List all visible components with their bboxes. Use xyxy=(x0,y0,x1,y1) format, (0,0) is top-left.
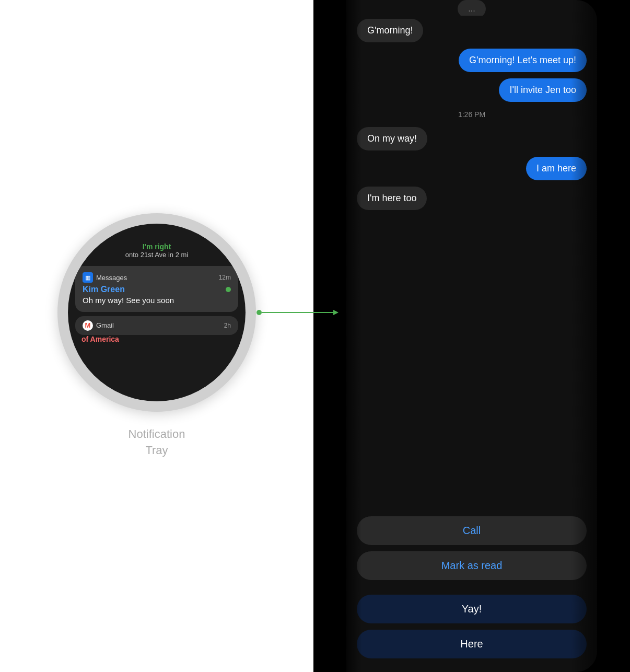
call-button[interactable]: Call xyxy=(357,516,587,545)
gmail-preview: of America xyxy=(81,335,246,343)
partial-text: ... xyxy=(468,4,475,13)
watch-wrapper: I'm right onto 21st Ave in 2 mi ▦ Messag… xyxy=(57,213,256,412)
gmail-info: M Gmail xyxy=(83,320,114,331)
notif-message: Oh my way! See you soon xyxy=(83,295,231,306)
notif-header: ▦ Messages 12m xyxy=(83,272,231,283)
msg-bubble-onmyway: On my way! xyxy=(357,127,427,150)
msg-bubble-iamhere: I am here xyxy=(526,157,587,180)
nav-right-text: I'm right xyxy=(68,242,246,251)
gmail-icon: M xyxy=(83,320,93,331)
notif-time: 12m xyxy=(219,274,231,281)
watch-screen: I'm right onto 21st Ave in 2 mi ▦ Messag… xyxy=(68,224,246,401)
nav-text: I'm right onto 21st Ave in 2 mi xyxy=(68,224,246,261)
left-panel: I'm right onto 21st Ave in 2 mi ▦ Messag… xyxy=(0,0,313,672)
notification-card[interactable]: ▦ Messages 12m Kim Green Oh my way! See … xyxy=(75,266,238,312)
notification-tray-label: Notification Tray xyxy=(129,426,185,459)
notif-app-name: Messages xyxy=(96,274,127,282)
msg-bubble-gmorning-right: G'morning! Let's meet up! xyxy=(459,49,587,72)
spacer xyxy=(346,583,597,592)
messages-icon: ▦ xyxy=(83,272,93,283)
unread-dot xyxy=(226,287,231,292)
timestamp-126pm: 1:26 PM xyxy=(458,110,485,119)
svg-point-0 xyxy=(256,310,262,315)
yay-button[interactable]: Yay! xyxy=(357,595,587,623)
phone-shape: ... G'morning! G'morning! Let's meet up!… xyxy=(346,0,597,672)
msg-bubble-imheretoo: I'm here too xyxy=(357,187,427,210)
watch-bezel: I'm right onto 21st Ave in 2 mi ▦ Messag… xyxy=(57,213,256,412)
gmail-time: 2h xyxy=(224,322,231,329)
msg-bubble-invite: I'll invite Jen too xyxy=(499,78,587,102)
right-panel: ... G'morning! G'morning! Let's meet up!… xyxy=(313,0,630,672)
notif-sender: Kim Green xyxy=(83,285,231,294)
msg-bubble-gmorning-left: G'morning! xyxy=(357,19,423,42)
gmail-card[interactable]: M Gmail 2h xyxy=(75,316,238,335)
gmail-app-name: Gmail xyxy=(96,321,114,329)
mark-as-read-button[interactable]: Mark as read xyxy=(357,551,587,580)
nav-desc-text: onto 21st Ave in 2 mi xyxy=(68,251,246,259)
notif-app-info: ▦ Messages xyxy=(83,272,127,283)
here-button[interactable]: Here xyxy=(357,630,587,658)
top-partial-bubble: ... xyxy=(346,0,597,16)
bottom-spacer xyxy=(346,662,597,672)
